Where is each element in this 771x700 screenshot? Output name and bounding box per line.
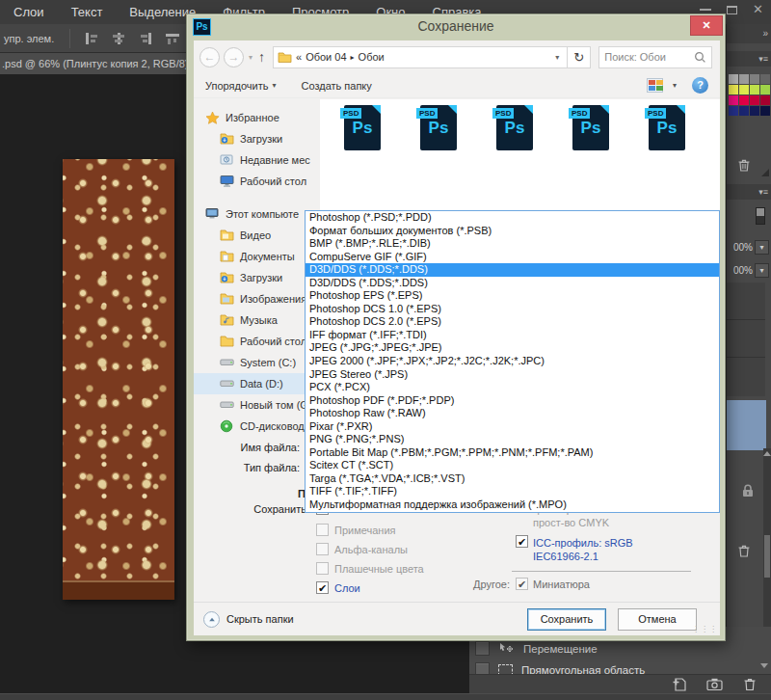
format-option[interactable]: Photoshop DCS 1.0 (*.EPS)	[306, 303, 719, 316]
up-one-level-button[interactable]: ↑	[258, 49, 265, 65]
format-option[interactable]: Мультиформатная поддержка изображений (*…	[306, 498, 719, 512]
sidebar-item-cd-drive[interactable]: CD-дисковод	[194, 416, 320, 437]
refresh-icon[interactable]: ↻	[568, 46, 591, 68]
format-option[interactable]: Photoshop (*.PSD;*.PDD)	[306, 211, 719, 225]
new-document-from-state-icon[interactable]	[672, 677, 687, 691]
delete-state-trash-icon[interactable]	[742, 677, 758, 691]
menu-layers[interactable]: Слои	[0, 0, 58, 24]
lock-icon[interactable]	[740, 483, 756, 498]
format-option[interactable]: Targa (*.TGA;*.VDA;*.ICB;*.VST)	[306, 472, 719, 486]
swatch[interactable]	[750, 85, 759, 94]
opacity-dropdown-icon[interactable]: ▾	[755, 240, 769, 255]
layers-checkbox[interactable]: ✔	[316, 581, 329, 594]
panel-collapse-icon[interactable]: »	[727, 24, 771, 43]
align-left-edges-icon[interactable]	[83, 31, 100, 46]
organize-dropdown-icon[interactable]: ▾	[272, 81, 276, 90]
new-folder-button[interactable]: Создать папку	[301, 80, 371, 92]
breadcrumb-segment[interactable]: Обои	[359, 51, 385, 63]
layers-panel-menu-icon[interactable]: ▾≡	[727, 184, 771, 200]
sidebar-item-this-pc[interactable]: Этот компьюте	[194, 203, 320, 225]
format-option[interactable]: D3D/DDS (*.DDS;*.DDS)	[306, 277, 719, 290]
swatch[interactable]	[729, 85, 738, 94]
psd-file-icon[interactable]: PSDPs	[496, 105, 533, 150]
dialog-close-button[interactable]: ✕	[690, 15, 723, 36]
swatch[interactable]	[739, 95, 749, 105]
swatch[interactable]	[760, 106, 770, 116]
align-horizontal-centers-icon[interactable]	[110, 31, 127, 46]
sidebar-item-documents[interactable]: Документы	[194, 246, 320, 267]
format-option[interactable]: PNG (*.PNG;*.PNS)	[306, 433, 719, 446]
format-option[interactable]: Scitex CT (*.SCT)	[306, 459, 719, 472]
format-option[interactable]: JPEG 2000 (*.JPF;*.JPX;*.JP2;*.J2C;*.J2K…	[306, 355, 719, 368]
swatch[interactable]	[739, 74, 749, 84]
sidebar-item-pictures[interactable]: Изображения	[194, 288, 320, 310]
organize-button[interactable]: Упорядочить	[205, 80, 268, 92]
swatch[interactable]	[750, 106, 759, 116]
fill-dropdown-icon[interactable]: ▾	[755, 263, 769, 278]
format-option[interactable]: Pixar (*.PXR)	[306, 420, 719, 434]
address-bar[interactable]: « Обои 04 ▸ Обои ▾	[273, 46, 568, 68]
format-option[interactable]: PCX (*.PCX)	[306, 381, 719, 394]
align-top-edges-icon[interactable]	[164, 31, 181, 46]
format-option[interactable]: Photoshop PDF (*.PDF;*.PDP)	[306, 394, 719, 408]
maximize-icon[interactable]	[727, 6, 737, 14]
cancel-button[interactable]: Отмена	[618, 608, 697, 631]
align-right-edges-icon[interactable]	[137, 31, 154, 46]
sidebar-item-downloads2[interactable]: Загрузки	[194, 267, 320, 288]
save-button[interactable]: Сохранить	[527, 608, 606, 631]
format-option[interactable]: Portable Bit Map (*.PBM;*.PGM;*.PPM;*.PN…	[306, 446, 719, 460]
delete-swatch-trash-icon[interactable]	[736, 157, 752, 173]
panel-resize-corner[interactable]	[761, 169, 769, 176]
format-option[interactable]: TIFF (*.TIF;*.TIFF)	[306, 485, 719, 498]
swatch[interactable]	[760, 95, 770, 105]
swatch[interactable]	[729, 106, 738, 116]
history-scroll-down-icon[interactable]	[760, 663, 768, 668]
format-option[interactable]: Photoshop DCS 2.0 (*.EPS)	[306, 315, 719, 329]
swatch[interactable]	[750, 74, 759, 84]
forward-button[interactable]: →	[224, 47, 244, 67]
breadcrumb-segment[interactable]: Обои 04	[306, 51, 346, 63]
sidebar-item-system-c[interactable]: System (C:)	[194, 352, 320, 373]
sidebar-item-new-volume[interactable]: Новый том (G	[194, 394, 320, 416]
delete-layer-trash-icon[interactable]	[736, 543, 752, 558]
menu-type[interactable]: Текст	[58, 0, 117, 24]
swatch[interactable]	[739, 106, 749, 116]
swatch[interactable]	[729, 74, 738, 84]
swatch[interactable]	[760, 85, 770, 94]
psd-file-icon[interactable]: PSDPs	[344, 105, 381, 150]
sidebar-item-data-d[interactable]: Data (D:)	[194, 373, 320, 394]
resize-grip[interactable]: ⋮⋮⋮	[692, 625, 718, 633]
format-option-selected[interactable]: D3D/DDS (*.DDS;*.DDS)	[306, 263, 719, 277]
document-tab[interactable]: .psd @ 66% (Плинтус копия 2, RGB/8) ×	[0, 53, 210, 74]
search-input[interactable]: Поиск: Обои	[598, 46, 712, 68]
sidebar-item-downloads[interactable]: Загрузки	[194, 128, 320, 149]
back-button[interactable]: ←	[199, 47, 220, 67]
layer-rows[interactable]	[727, 283, 765, 396]
change-view-icon[interactable]	[647, 78, 663, 93]
format-option[interactable]: IFF формат (*.IFF;*.TDI)	[306, 329, 719, 342]
format-option[interactable]: JPEG (*.JPG;*.JPEG;*.JPE)	[306, 341, 719, 355]
swatch[interactable]	[750, 95, 759, 105]
psd-file-icon[interactable]: PSDPs	[649, 105, 685, 150]
format-option[interactable]: JPEG Stereo (*.JPS)	[306, 368, 719, 382]
format-option[interactable]: Photoshop EPS (*.EPS)	[306, 289, 719, 303]
sidebar-item-music[interactable]: Музыка	[194, 310, 320, 331]
swatch[interactable]	[760, 74, 770, 84]
format-option[interactable]: Формат больших документов (*.PSB)	[306, 225, 719, 238]
new-snapshot-camera-icon[interactable]	[706, 677, 723, 691]
format-option[interactable]: CompuServe GIF (*.GIF)	[306, 251, 719, 264]
icc-profile-checkbox[interactable]: ✔	[516, 535, 528, 548]
format-option[interactable]: BMP (*.BMP;*.RLE;*.DIB)	[306, 237, 719, 251]
minimize-icon[interactable]	[700, 9, 711, 11]
hide-folders-button[interactable]: Скрыть папки	[203, 611, 294, 628]
help-icon[interactable]: ?	[692, 77, 708, 94]
sidebar-item-favorites[interactable]: Избранное	[194, 107, 320, 128]
psd-file-icon[interactable]: PSDPs	[420, 105, 457, 150]
scroll-up-icon[interactable]	[763, 451, 771, 456]
close-icon[interactable]: ✕	[753, 1, 763, 18]
layers-filter-toggle[interactable]	[756, 207, 765, 225]
swatches-panel-menu-icon[interactable]: ▾≡	[727, 51, 771, 67]
sidebar-item-desktop[interactable]: Рабочий стол	[194, 171, 320, 192]
dialog-titlebar[interactable]: Ps Сохранение ✕	[187, 14, 725, 40]
format-option[interactable]: Photoshop Raw (*.RAW)	[306, 407, 719, 420]
